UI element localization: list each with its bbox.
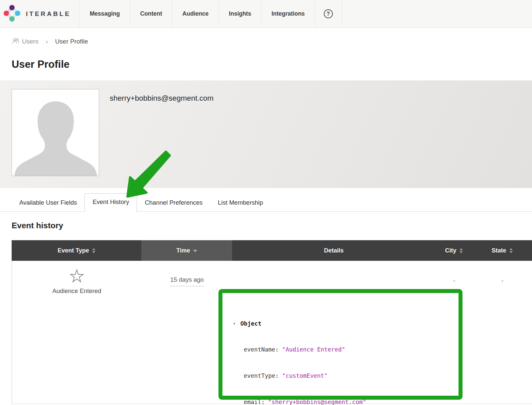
top-navbar: ITERABLE Messaging Content Audience Insi… [0,0,532,28]
nav-item-messaging[interactable]: Messaging [80,0,130,28]
sort-desc-icon [193,250,197,252]
iterable-logo-icon [3,5,21,23]
event-history-table: Event Type Time Details City State Audie… [12,240,532,404]
profile-summary-band: sherry+bobbins@segment.com [0,80,532,188]
expand-toggle-icon[interactable]: ▾ [233,319,240,328]
sort-icon [509,248,513,253]
section-heading: Event history [12,221,532,231]
avatar [12,89,99,176]
brand-logo[interactable]: ITERABLE [0,0,80,28]
json-key: email: [244,399,265,405]
users-icon [12,38,20,46]
favorite-star-icon[interactable] [70,269,84,284]
json-tree: ▾Object eventName:"Audience Entered" eve… [222,293,459,405]
table-header: Event Type Time Details City State [12,240,532,261]
breadcrumb-current: User Profile [55,38,88,45]
column-header-state[interactable]: State [472,240,532,261]
json-value: "customEvent" [282,372,328,379]
relative-time[interactable]: 15 days ago [170,276,204,286]
sort-icon [92,248,95,253]
help-icon: ? [324,9,333,18]
json-object-label: Object [240,320,261,327]
tab-available-user-fields[interactable]: Available User Fields [12,194,84,212]
column-header-city[interactable]: City [436,240,472,261]
table-row: Audience Entered 15 days ago - - ▾Object… [12,261,532,404]
event-type-cell: Audience Entered [12,261,142,404]
json-value: "Audience Entered" [282,346,345,353]
profile-tabs: Available User Fields Event History Chan… [0,188,532,212]
details-json-annotation-box: ▾Object eventName:"Audience Entered" eve… [218,289,463,400]
user-email: sherry+bobbins@segment.com [110,94,213,103]
tab-event-history[interactable]: Event History [84,193,137,212]
breadcrumb: Users › User Profile [12,37,532,46]
brand-name: ITERABLE [26,10,71,18]
json-key: eventType: [244,372,279,379]
tab-channel-preferences[interactable]: Channel Preferences [137,194,210,212]
column-label: Time [176,247,190,254]
event-type-label: Audience Entered [52,287,101,295]
breadcrumb-users-label: Users [22,38,39,45]
column-header-time[interactable]: Time [141,240,232,261]
nav-item-insights[interactable]: Insights [219,0,261,28]
help-button[interactable]: ? [315,0,342,28]
nav-item-content[interactable]: Content [130,0,172,28]
column-label: State [491,247,506,254]
breadcrumb-users-link[interactable]: Users [12,38,39,46]
column-header-details: Details [232,240,436,261]
sort-icon [460,248,463,253]
column-label: City [445,247,456,254]
state-cell: - [472,261,532,404]
column-label: Details [324,247,343,254]
column-header-event-type[interactable]: Event Type [12,240,141,261]
nav-item-integrations[interactable]: Integrations [261,0,315,28]
nav-item-audience[interactable]: Audience [173,0,219,28]
breadcrumb-chevron-icon: › [46,38,48,45]
column-label: Event Type [58,247,89,254]
page-title: User Profile [12,58,532,70]
json-key: eventName: [244,346,279,353]
json-value: "sherry+bobbins@segment.com" [268,399,366,405]
tab-list-membership[interactable]: List Membership [210,194,271,212]
